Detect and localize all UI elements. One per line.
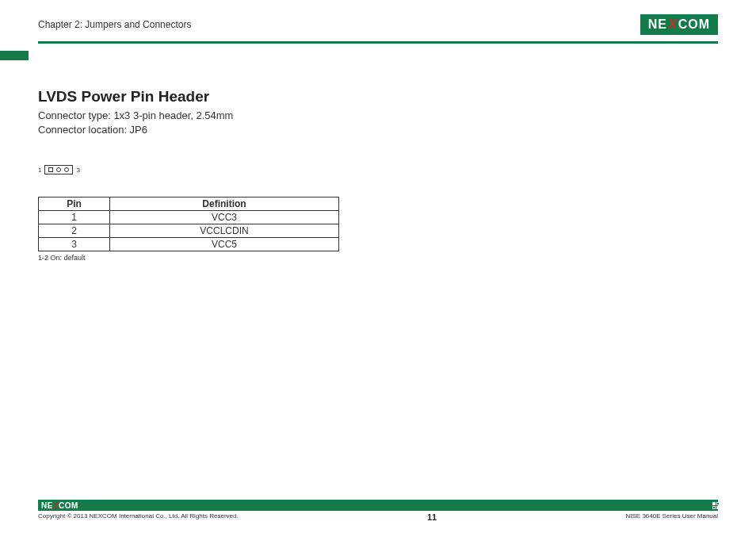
nexcom-logo-footer: NEXCOM [41, 500, 78, 511]
logo-part-a: NE [648, 17, 667, 32]
connector-location: Connector location: JP6 [38, 123, 718, 137]
logo-part-x: X [53, 501, 59, 510]
header-divider [38, 41, 718, 44]
logo-part-a: NE [41, 501, 53, 510]
pin-1-icon [48, 167, 53, 172]
footer-squares-icon [712, 502, 720, 509]
th-pin: Pin [39, 197, 110, 211]
chapter-title: Chapter 2: Jumpers and Connectors [38, 19, 191, 30]
nexcom-logo-top: NEXCOM [640, 14, 718, 35]
th-def: Definition [110, 197, 339, 211]
pin-2-icon [56, 167, 61, 172]
table-row: 2 VCCLCDIN [39, 224, 339, 238]
cell-pin: 1 [39, 211, 110, 224]
table-row: 3 VCC5 [39, 238, 339, 251]
cell-pin: 2 [39, 224, 110, 238]
table-header-row: Pin Definition [39, 197, 339, 211]
logo-part-b: COM [678, 17, 710, 32]
pin-label-left: 1 [38, 167, 41, 174]
pin-3-icon [64, 167, 69, 172]
table-note: 1-2 On: default [38, 254, 718, 262]
pin-diagram: 1 3 [38, 165, 718, 174]
logo-part-x: X [668, 17, 678, 32]
pin-box [44, 165, 73, 174]
connector-type: Connector type: 1x3 3-pin header, 2.54mm [38, 109, 718, 123]
cell-def: VCCLCDIN [110, 224, 339, 238]
cell-def: VCC5 [110, 238, 339, 251]
logo-part-b: COM [59, 501, 78, 510]
page-number: 11 [427, 512, 437, 522]
pin-definition-table: Pin Definition 1 VCC3 2 VCCLCDIN 3 VCC5 [38, 197, 339, 251]
pin-label-right: 3 [76, 167, 79, 174]
table-row: 1 VCC3 [39, 211, 339, 224]
cell-pin: 3 [39, 238, 110, 251]
section-title: LVDS Power Pin Header [38, 88, 718, 105]
cell-def: VCC3 [110, 211, 339, 224]
footer-manual-name: NISE 3640E Series User Manual [626, 512, 719, 520]
footer-copyright: Copyright © 2013 NEXCOM International Co… [38, 512, 239, 520]
footer-bar: NEXCOM [38, 500, 718, 511]
